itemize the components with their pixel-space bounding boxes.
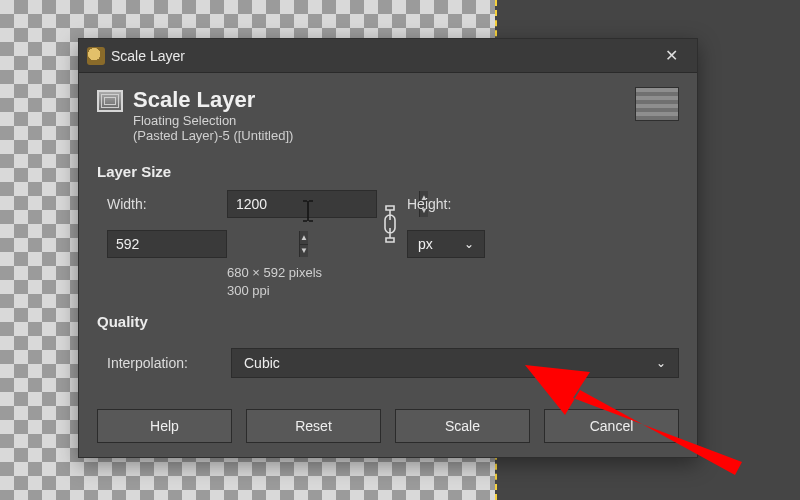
scale-button[interactable]: Scale (395, 409, 530, 443)
unit-select[interactable]: px ⌄ (407, 230, 485, 258)
layer-size-grid: Width: ▲ ▼ Height: ▲ ▼ (107, 190, 679, 258)
layer-size-heading: Layer Size (97, 163, 679, 180)
header-text: Scale Layer Floating Selection (Pasted L… (133, 87, 293, 143)
gimp-icon (87, 47, 105, 65)
interpolation-value: Cubic (244, 355, 280, 371)
width-spinbox[interactable]: ▲ ▼ (227, 190, 377, 218)
close-icon: ✕ (665, 46, 678, 65)
height-stepper[interactable]: ▲ ▼ (299, 231, 308, 257)
height-step-down-icon[interactable]: ▼ (300, 245, 308, 258)
titlebar[interactable]: Scale Layer ✕ (79, 39, 697, 73)
resolution-ppi: 300 ppi (227, 282, 679, 300)
dialog-subtitle-2: (Pasted Layer)-5 ([Untitled]) (133, 128, 293, 143)
window-close-button[interactable]: ✕ (649, 39, 693, 72)
size-info: 680 × 592 pixels 300 ppi (227, 264, 679, 299)
pixel-dimensions: 680 × 592 pixels (227, 264, 679, 282)
reset-button[interactable]: Reset (246, 409, 381, 443)
width-label: Width: (107, 196, 227, 212)
scale-layer-dialog: Scale Layer ✕ Scale Layer Floating Selec… (78, 38, 698, 458)
chevron-down-icon: ⌄ (464, 237, 474, 251)
dialog-title: Scale Layer (133, 87, 293, 113)
help-button[interactable]: Help (97, 409, 232, 443)
cancel-button[interactable]: Cancel (544, 409, 679, 443)
unit-value: px (418, 236, 433, 252)
layer-thumbnail (635, 87, 679, 121)
interpolation-label: Interpolation: (107, 355, 217, 371)
chain-link-icon (382, 204, 402, 244)
window-title: Scale Layer (111, 48, 649, 64)
quality-heading: Quality (97, 313, 679, 330)
dialog-subtitle-1: Floating Selection (133, 113, 293, 128)
dialog-body: Scale Layer Floating Selection (Pasted L… (79, 73, 697, 457)
dialog-button-row: Help Reset Scale Cancel (97, 409, 679, 443)
height-input[interactable] (108, 231, 299, 257)
interpolation-row: Interpolation: Cubic ⌄ (107, 348, 679, 378)
scale-layer-icon (97, 90, 123, 112)
height-label: Height: (407, 196, 517, 212)
interpolation-select[interactable]: Cubic ⌄ (231, 348, 679, 378)
height-step-up-icon[interactable]: ▲ (300, 231, 308, 245)
chevron-down-icon: ⌄ (656, 356, 666, 370)
chain-link-toggle[interactable] (377, 204, 407, 244)
height-spinbox[interactable]: ▲ ▼ (107, 230, 227, 258)
dialog-header: Scale Layer Floating Selection (Pasted L… (97, 87, 679, 143)
